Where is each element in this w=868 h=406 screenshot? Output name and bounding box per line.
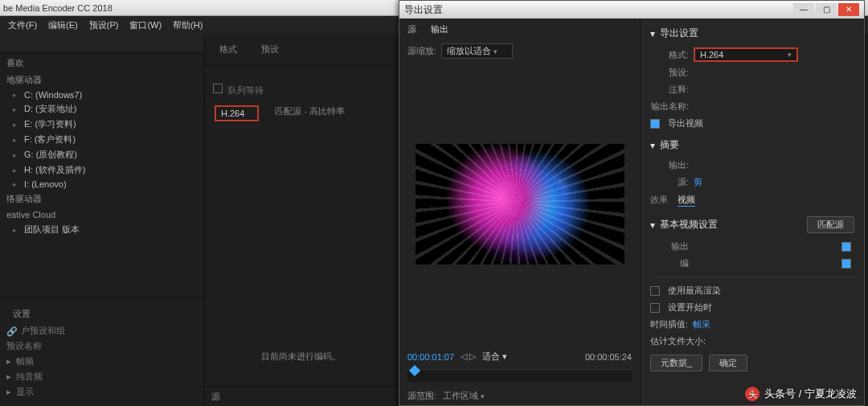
preset-label: 预设: (650, 67, 689, 79)
close-button[interactable]: ✕ (838, 3, 859, 16)
use-max-label: 使用最高渲染 (668, 285, 721, 297)
queue-checkbox[interactable] (213, 84, 223, 93)
dialog-titlebar[interactable]: 导出设置 — ▢ ✕ (399, 1, 864, 18)
source-section: 源 (205, 387, 397, 406)
outname-label: 输出名称: (650, 100, 689, 113)
format-select[interactable]: H.264 ▾ (694, 47, 798, 62)
match-source-button[interactable]: 匹配源 (807, 216, 854, 233)
drive-f[interactable]: ▸F: (客户资料) (0, 132, 204, 147)
chevron-down-icon: ▾ (493, 47, 497, 55)
preset-link[interactable]: 🔗户预设和组 (6, 323, 198, 338)
cc-section: eative Cloud (0, 207, 204, 222)
ok-button[interactable]: 确定 (709, 355, 747, 371)
metadata-button[interactable]: 元数据_ (650, 355, 702, 371)
queue-col-preset: 预设 (261, 43, 279, 55)
collapse-icon[interactable]: ▾ (650, 28, 655, 39)
drive-tree: 喜欢 地驱动器 ▸C: (Windows7) ▸D: (安装地址) ▸E: (学… (0, 53, 204, 297)
export-video-checkbox[interactable] (650, 119, 660, 129)
timecode-out: 00:00:05:24 (585, 352, 632, 362)
tab-source[interactable]: 源 (407, 23, 416, 35)
set-open-checkbox[interactable] (650, 303, 660, 313)
drive-i[interactable]: ▸I: (Lenovo) (0, 178, 204, 191)
preset-row-display[interactable]: ▸显示 (6, 384, 198, 400)
menu-preset[interactable]: 预设(P) (89, 19, 119, 31)
net-section: 络驱动器 (0, 191, 204, 207)
preset-panel: 设置 🔗户预设和组 预设名称 ▸帧频 ▸纯音频 ▸显示 (0, 297, 204, 406)
settings-header: 导出设置 (660, 27, 698, 40)
range-label: 源范围: (407, 390, 436, 402)
collapse-icon[interactable]: ▾ (650, 140, 655, 151)
queue-preset-cell[interactable]: 匹配源 - 高比特率 (275, 105, 345, 121)
maximize-button[interactable]: ▢ (816, 3, 837, 16)
preset-panel-header: 设置 (6, 305, 198, 323)
preset-name-col: 预设名称 (6, 338, 198, 354)
fav-section: 喜欢 (0, 55, 204, 72)
drive-h[interactable]: ▸H: (软件及插件) (0, 162, 204, 178)
src-value: 剪 (694, 176, 702, 188)
note-label: 注释: (650, 84, 689, 96)
format-label: 格式: (650, 49, 689, 61)
menu-edit[interactable]: 编辑(E) (48, 19, 78, 31)
output-label: 输出: (650, 159, 689, 171)
fit-select[interactable]: 适合 ▾ (482, 351, 507, 363)
queue-format-cell[interactable]: H.264 (215, 105, 259, 121)
menu-help[interactable]: 帮助(H) (173, 19, 203, 31)
range-select[interactable]: 工作区域 ▾ (443, 390, 485, 402)
tab-video[interactable]: 视频 (678, 194, 695, 207)
timecode-in[interactable]: 00:00:01:07 (407, 352, 454, 362)
set-open-label: 设置开始时 (668, 301, 712, 314)
queue-toolbar: 格式 预设 (205, 34, 397, 66)
basic-video-header: 基本视频设置 (660, 218, 718, 232)
enc-chk[interactable] (841, 259, 851, 269)
play-controls[interactable]: ◁ ▷ (461, 351, 476, 362)
watermark-text: 头条号 / 宁夏龙凌波 (764, 387, 857, 401)
source-scale-select[interactable]: 缩放以适合 ▾ (441, 43, 513, 59)
drive-c[interactable]: ▸C: (Windows7) (0, 88, 204, 101)
media-browser-header (0, 34, 204, 53)
source-scale-label: 源缩放: (407, 45, 436, 57)
src-label: 源: (650, 176, 689, 188)
link-icon: 🔗 (6, 326, 16, 336)
chevron-down-icon: ▾ (788, 51, 792, 59)
filesize-label: 估计文件大小: (650, 335, 706, 347)
out-row: 输出 (650, 240, 689, 252)
watermark-logo-icon: 头 (745, 387, 760, 401)
menu-file[interactable]: 文件(F) (8, 19, 37, 31)
use-max-checkbox[interactable] (650, 286, 660, 296)
collapse-icon[interactable]: ▾ (650, 219, 655, 231)
drive-d[interactable]: ▸D: (安装地址) (0, 101, 204, 117)
video-preview (416, 144, 624, 265)
interp-label: 时间插值: (650, 318, 688, 330)
tab-effects[interactable]: 效果 (650, 194, 668, 207)
watermark: 头 头条号 / 宁夏龙凌波 (745, 387, 857, 401)
dialog-title: 导出设置 (404, 3, 443, 17)
queue-header: 队列等待 (205, 80, 397, 100)
export-video-label: 导出视频 (668, 117, 703, 129)
preset-row-audio[interactable]: ▸纯音频 (6, 369, 198, 384)
team-project[interactable]: ▸团队项目 版本 (0, 222, 204, 237)
minimize-button[interactable]: — (793, 3, 814, 16)
export-dialog: 导出设置 — ▢ ✕ 源 输出 源缩放: 缩放以适合 ▾ 00:00:01:07… (399, 0, 865, 406)
summary-label: 摘要 (660, 138, 679, 152)
local-section: 地驱动器 (0, 72, 204, 88)
drive-e[interactable]: ▸E: (学习资料) (0, 117, 204, 132)
chevron-down-icon: ▾ (481, 392, 485, 400)
out-chk[interactable] (841, 242, 851, 252)
interp-value[interactable]: 帧采 (693, 318, 710, 330)
timeline[interactable] (407, 369, 632, 382)
encode-status: 目前尚未进行编码。 (205, 126, 397, 387)
preset-row-framerate[interactable]: ▸帧频 (6, 354, 198, 369)
tab-output[interactable]: 输出 (431, 23, 448, 35)
drive-g[interactable]: ▸G: (原创教程) (0, 147, 204, 162)
enc-row: 编 (650, 257, 689, 269)
menu-window[interactable]: 窗口(W) (129, 19, 162, 31)
queue-col-format: 格式 (219, 43, 237, 55)
